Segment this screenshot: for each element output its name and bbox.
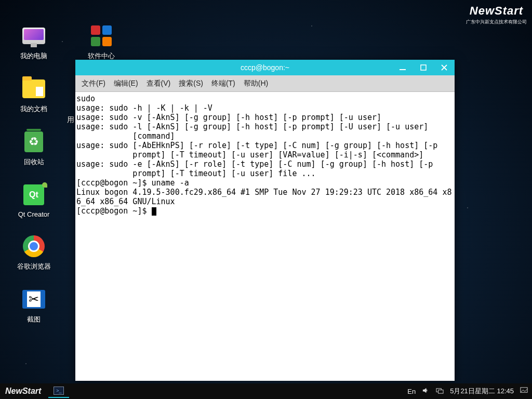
system-tray: En 5月21日星期二 12:45 xyxy=(403,387,532,396)
menu-edit[interactable]: 编辑(E) xyxy=(114,79,138,88)
brand-name: NewStart xyxy=(466,4,527,18)
minimize-button[interactable] xyxy=(392,60,413,75)
desktop-icon-label: 我的文档 xyxy=(20,104,47,114)
desktop-icon-label: 谷歌浏览器 xyxy=(17,262,51,271)
terminal-body[interactable]: sudo usage: sudo -h | -K | -k | -V usage… xyxy=(75,92,455,381)
window-menubar: 文件(F) 编辑(E) 查看(V) 搜索(S) 终端(T) 帮助(H) xyxy=(75,75,455,92)
stray-label: 用 xyxy=(67,115,74,125)
desktop-icon-screenshot[interactable]: 截图 xyxy=(10,287,57,324)
desktop-icon-label: Qt Creator xyxy=(18,210,50,218)
network-icon[interactable] xyxy=(436,387,444,396)
terminal-mini-icon: >_ xyxy=(54,387,64,395)
menu-terminal[interactable]: 终端(T) xyxy=(211,79,235,88)
window-titlebar[interactable]: cccp@bogon:~ xyxy=(75,60,455,75)
brand-logo: NewStart 广东中兴新支点技术有限公司 xyxy=(466,4,527,25)
taskbar: NewStart >_ En 5月21日星期二 12:45 xyxy=(0,383,532,399)
monitor-icon xyxy=(22,28,45,44)
folder-icon xyxy=(22,79,45,98)
desktop-icon-label: 回收站 xyxy=(24,157,44,167)
maximize-button[interactable] xyxy=(413,60,434,75)
menu-search[interactable]: 搜索(S) xyxy=(179,79,203,88)
menu-view[interactable]: 查看(V) xyxy=(147,79,171,88)
window-controls xyxy=(392,60,455,75)
desktop-icon-label: 截图 xyxy=(27,315,41,324)
desktop-icon-trash[interactable]: 回收站 xyxy=(10,129,57,167)
start-button[interactable]: NewStart xyxy=(0,387,46,396)
desktop-icon-label: 我的电脑 xyxy=(20,51,47,61)
svg-rect-0 xyxy=(400,69,406,70)
qt-icon: Qt xyxy=(23,184,44,205)
svg-rect-3 xyxy=(438,390,443,394)
desktop-icon-documents[interactable]: 我的文档 xyxy=(10,76,57,114)
brand-sub: 广东中兴新支点技术有限公司 xyxy=(466,19,527,25)
svg-rect-1 xyxy=(421,65,426,70)
desktop-icon-qt[interactable]: Qt Qt Creator xyxy=(10,182,57,218)
trash-icon xyxy=(24,131,43,152)
tray-lang[interactable]: En xyxy=(407,388,416,395)
scissors-icon xyxy=(22,290,45,309)
terminal-cursor xyxy=(152,207,156,216)
volume-icon[interactable] xyxy=(422,387,430,396)
taskbar-clock[interactable]: 5月21日星期二 12:45 xyxy=(450,387,514,396)
window-title: cccp@bogon:~ xyxy=(241,63,289,72)
chrome-icon xyxy=(23,235,45,257)
close-button[interactable] xyxy=(434,60,455,75)
desktop-icon-computer[interactable]: 我的电脑 xyxy=(10,23,57,61)
show-desktop-icon[interactable] xyxy=(520,387,528,396)
taskbar-item-terminal[interactable]: >_ xyxy=(48,384,69,398)
apps-icon xyxy=(91,25,112,46)
menu-help[interactable]: 帮助(H) xyxy=(244,79,268,88)
menu-file[interactable]: 文件(F) xyxy=(82,79,105,88)
terminal-window: cccp@bogon:~ 文件(F) 编辑(E) 查看(V) 搜索(S) 终端(… xyxy=(75,60,455,381)
desktop-icon-apps[interactable]: 软件中心 xyxy=(78,23,125,61)
desktop-icons: 我的电脑 我的文档 回收站 Qt Qt Creator 谷歌浏览器 截图 软件中… xyxy=(10,23,57,324)
desktop-icon-chrome[interactable]: 谷歌浏览器 xyxy=(10,234,57,271)
